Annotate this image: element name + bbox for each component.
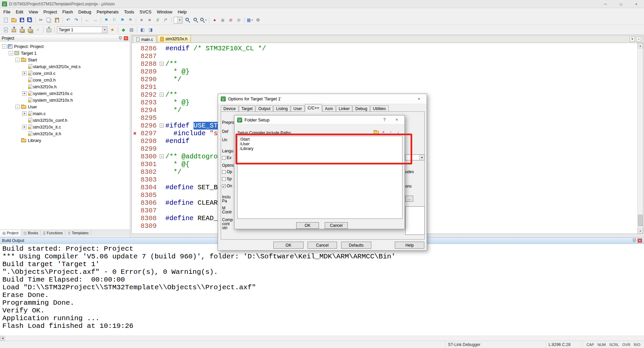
menu-help[interactable]: Help (175, 9, 190, 15)
menu-file[interactable]: File (1, 9, 13, 15)
browse-button[interactable]: ... (405, 196, 413, 202)
maximize-button[interactable]: □ (613, 0, 629, 8)
ok-button[interactable]: OK (296, 222, 319, 229)
fold-collapse-icon[interactable]: - (160, 62, 164, 66)
pin-icon[interactable] (632, 239, 636, 243)
tab-list-icon[interactable]: ▼ (630, 37, 635, 42)
cancel-button[interactable]: Cancel (325, 222, 348, 229)
expander-icon[interactable]: + (22, 71, 26, 76)
expander-icon[interactable]: - (2, 44, 6, 49)
save-button[interactable] (18, 16, 26, 24)
code-line[interactable]: 8286#endif /* STM32F10X_CL */ (132, 45, 637, 52)
code-line[interactable]: 8291 (132, 83, 637, 91)
disable-breakpoint-button[interactable]: ◉ (219, 16, 227, 24)
project-panel-close-icon[interactable]: × (124, 36, 128, 40)
target-select[interactable]: Target 1▼ (57, 27, 107, 33)
checkbox[interactable] (222, 177, 226, 181)
scroll-down-icon[interactable]: ▼ (638, 228, 643, 234)
scroll-left-icon[interactable]: ◀ (0, 336, 5, 341)
ok-button[interactable]: OK (273, 242, 304, 249)
find-in-files-button[interactable] (183, 16, 192, 24)
translate-button[interactable] (2, 26, 10, 34)
copy-button[interactable] (45, 16, 53, 24)
tree-item-stm32f10x-it-c[interactable]: +stm32f10x_it.c (0, 123, 130, 130)
code-line[interactable]: 8289 * @} (132, 68, 637, 76)
scroll-up-icon[interactable]: ▲ (638, 43, 643, 48)
tab-user[interactable]: User (291, 105, 305, 112)
menu-debug[interactable]: Debug (76, 9, 94, 15)
tree-item-main-c[interactable]: +main.c (0, 110, 130, 117)
build-output-close-icon[interactable]: × (638, 239, 642, 243)
cut-button[interactable]: ✂ (37, 16, 45, 24)
indent-button[interactable]: ≡ (146, 16, 154, 24)
expander-icon[interactable]: + (22, 125, 26, 129)
fold-collapse-icon[interactable]: - (160, 154, 164, 158)
bookmark-toggle-button[interactable]: ⚑ (102, 16, 110, 24)
tree-item-core-cm3-c[interactable]: +core_cm3.c (0, 70, 130, 77)
menu-view[interactable]: View (26, 9, 41, 15)
tab-output[interactable]: Output (256, 105, 273, 112)
open-file-button[interactable] (10, 16, 18, 24)
menu-svcs[interactable]: SVCS (137, 9, 154, 15)
menu-tools[interactable]: Tools (121, 9, 137, 15)
redo-button[interactable]: ↷ (72, 16, 80, 24)
save-all-button[interactable] (26, 16, 34, 24)
bookmark-previous-button[interactable]: ⚐ (110, 16, 118, 24)
menu-project[interactable]: Project (41, 9, 59, 15)
bookmark-next-button[interactable]: ⚑ (118, 16, 126, 24)
navigate-forward-button[interactable]: → (91, 16, 99, 24)
undo-button[interactable]: ↶ (64, 16, 72, 24)
menu-window[interactable]: Window (154, 9, 175, 15)
checkbox[interactable]: ✓ (222, 184, 226, 188)
tree-item-user[interactable]: -User (0, 103, 130, 110)
tab-device[interactable]: Device (221, 105, 238, 112)
tree-item-stm32f10x-h[interactable]: stm32f10x.h (0, 83, 130, 90)
project-window-button[interactable]: ◧ (139, 26, 147, 34)
panel-tab-books[interactable]: ◫Books (21, 230, 41, 236)
panel-tab-functions[interactable]: {}Functions (41, 230, 65, 236)
build-output-hscrollbar[interactable]: ◀ (0, 336, 644, 341)
tab-utilities[interactable]: Utilities (370, 105, 389, 112)
chevron-down-icon[interactable]: ▼ (419, 155, 424, 160)
stop-build-button[interactable]: × (34, 26, 42, 34)
tab-target[interactable]: Target (239, 105, 255, 112)
books-window-button[interactable]: ◨ (147, 26, 155, 34)
tab-linker[interactable]: Linker (336, 105, 353, 112)
batch-build-button[interactable] (26, 26, 34, 34)
expander-icon[interactable]: - (9, 51, 13, 55)
expander-icon[interactable]: - (15, 105, 20, 109)
folder-setup-titlebar[interactable]: µ Folder Setup ? × (234, 115, 405, 125)
textbox-fragment[interactable] (405, 206, 425, 235)
expander-icon[interactable]: + (22, 91, 26, 96)
checkbox[interactable] (222, 170, 226, 174)
defaults-button[interactable]: Defaults (341, 242, 371, 249)
incremental-find-button[interactable]: ▼ (200, 16, 208, 24)
unindent-button[interactable]: ≡ (138, 16, 146, 24)
find-button[interactable] (192, 16, 200, 24)
tree-item-system-stm32f10x-h[interactable]: system_stm32f10x.h (0, 97, 130, 103)
tree-item-stm32f10x-conf-h[interactable]: stm32f10x_conf.h (0, 117, 130, 123)
tree-item-startup-stm32f10x-md-s[interactable]: startup_stm32f10x_md.s (0, 63, 130, 70)
tree-item-core-cm3-h[interactable]: core_cm3.h (0, 77, 130, 83)
comment-button[interactable]: // (154, 16, 162, 24)
configure-button[interactable]: ⚙ (254, 16, 262, 24)
build-button[interactable] (10, 26, 18, 34)
checkbox[interactable] (222, 156, 226, 160)
tab-asm[interactable]: Asm (322, 105, 336, 112)
options-dialog-titlebar[interactable]: µ Options for Target 'Target 1' × (218, 94, 427, 104)
document-close-icon[interactable]: × (636, 37, 641, 42)
help-button[interactable]: Help (395, 242, 424, 249)
tree-item-project-project[interactable]: -Project: Project (0, 43, 130, 50)
code-line[interactable]: 8288-/** (132, 60, 637, 68)
tree-item-start[interactable]: -Start (0, 56, 130, 63)
chevron-down-icon[interactable]: ▼ (177, 17, 182, 23)
editor-tab-main-c[interactable]: main.c (133, 36, 156, 43)
tab-listing[interactable]: Listing (273, 105, 290, 112)
close-button[interactable]: × (629, 0, 644, 8)
tab-debug[interactable]: Debug (353, 105, 370, 112)
download-button[interactable] (45, 26, 53, 34)
file-extensions-button[interactable]: ▤ (127, 26, 136, 34)
folder-setup-close-icon[interactable]: × (392, 115, 402, 124)
pin-icon[interactable] (118, 36, 122, 40)
help-icon[interactable]: ? (379, 115, 389, 124)
